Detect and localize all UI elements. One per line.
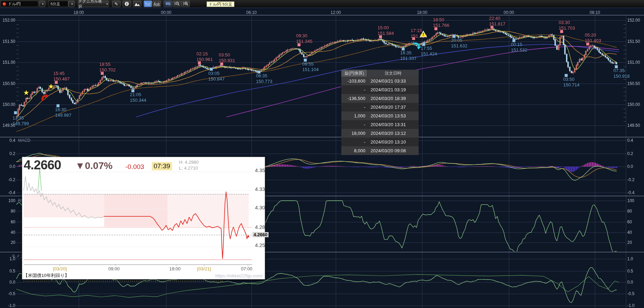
- annotation-price: 150.918: [613, 74, 630, 79]
- annotation-price: 150.714: [563, 82, 580, 88]
- toolbar: ドル/円 ▼ 5分足 ▼ テクニカル選択 ▼ ✎ i Bid As: [0, 0, 644, 8]
- rsi-axis-label-right: 80: [627, 209, 632, 214]
- order-datetime: 2024/03/20 17:37: [367, 103, 419, 111]
- order-profit: -103,600: [341, 77, 367, 85]
- order-row[interactable]: -2024/03/21 03:19: [341, 85, 419, 94]
- treasury-y-axis-label: 4.30: [255, 205, 270, 210]
- annotation-price: 151.532: [511, 47, 527, 53]
- warning-icon: !: [420, 31, 427, 39]
- treasury-low: L: 4.2710: [179, 165, 199, 171]
- treasury-y-axis-label: 4.35: [255, 167, 270, 173]
- annotation-price: 151.632: [451, 43, 467, 49]
- order-datetime: 2024/03/20 13:12: [367, 129, 419, 138]
- annotation-time: 03:05: [208, 71, 225, 76]
- trade-annotation: 07:35150.918: [613, 68, 630, 79]
- macd-axis-label-left: 0.0: [0, 164, 15, 169]
- order-row[interactable]: -2024/03/20 13:31: [341, 120, 419, 129]
- trade-annotation: 21:05150.344: [130, 92, 146, 103]
- price-axis-label-right: 151.00: [627, 60, 640, 65]
- price-axis-label-right: 149.50: [627, 123, 640, 128]
- annotation-time: 03:50: [563, 77, 580, 82]
- info-button[interactable]: i: [123, 1, 131, 7]
- order-row[interactable]: -103,6002024/03/21 03:33: [341, 77, 419, 85]
- order-profit: -: [341, 138, 367, 146]
- annotation-time: 03:30: [559, 20, 575, 25]
- macd-axis-label-right: 0.4: [627, 138, 633, 143]
- treasury-change-percent: ▼0.07%: [75, 160, 112, 171]
- ask-toggle-button[interactable]: Ask: [153, 1, 161, 7]
- annotation-time: 15:45: [53, 71, 70, 76]
- macd-axis-label-right: 0.2: [627, 151, 633, 156]
- pair-dropdown-button[interactable]: ▼: [39, 1, 45, 7]
- pair-select[interactable]: ドル/円: [1, 1, 38, 7]
- info-circle-icon: i: [125, 2, 129, 6]
- annotation-price: 151.424: [421, 51, 437, 57]
- order-datetime: 2024/03/20 18:39: [367, 94, 419, 103]
- order-row[interactable]: 18,0002024/03/20 13:12: [341, 129, 419, 138]
- price-axis-label-left: 152.00: [0, 18, 15, 23]
- technical-select-button[interactable]: テクニカル選択 ▼: [78, 1, 109, 7]
- orders-col-datetime-header: 注文日時: [367, 70, 419, 77]
- timeframe-select[interactable]: 5分足: [49, 1, 68, 7]
- order-profit: -: [341, 120, 367, 129]
- order-datetime: 2024/03/21 03:19: [367, 85, 419, 94]
- order-row[interactable]: -2024/03/20 13:10: [341, 138, 419, 146]
- price-axis-label-right: 151.50: [627, 39, 640, 44]
- pencil-icon: ✎: [115, 1, 118, 7]
- momentum-axis-label-right: 1.0: [627, 256, 633, 261]
- macd-axis-label-right: -0.2: [627, 177, 635, 182]
- time-axis-label: 00:00: [501, 10, 517, 15]
- trade-annotation: 15:00151.584: [378, 25, 394, 36]
- treasury-x-axis-label: 07:00: [241, 266, 253, 271]
- trade-annotation: 15:45150.487: [53, 71, 70, 82]
- orders-table: 益(円換算) 注文日時 -103,6002024/03/21 03:33-202…: [341, 70, 419, 155]
- trade-annotation: 18:50151.766: [433, 17, 449, 28]
- trade-annotation: 16:35151.337: [400, 50, 417, 61]
- trade-annotation: 17:55151.424: [421, 46, 437, 57]
- timeframe-label: 5分足: [51, 1, 60, 7]
- order-row[interactable]: -136,5002024/03/20 18:39: [341, 94, 419, 103]
- rsi-axis-label-left: 40: [0, 230, 15, 235]
- treasury-y-axis-label: 4.28: [255, 224, 270, 230]
- chart-type-button[interactable]: [164, 1, 172, 7]
- macd-axis-label-right: 0.0: [627, 164, 633, 169]
- trade-annotation: 22:40151.817: [489, 16, 505, 27]
- chart-tooltip: ドル/円 5分足: [207, 1, 234, 7]
- order-datetime: 2024/03/21 03:33: [367, 77, 419, 85]
- annotation-price: 149.799: [13, 121, 29, 126]
- timeframe-dropdown-button[interactable]: ▼: [68, 1, 75, 7]
- momentum-axis-label-left: 0.5: [0, 269, 15, 274]
- rsi-axis-label-right: 40: [627, 230, 632, 235]
- candlestick-icon: [165, 2, 171, 6]
- trade-annotation: 02:15150.961: [196, 51, 213, 62]
- trade-annotation: 00:15151.532: [511, 42, 527, 53]
- annotation-time: 18:50: [433, 17, 449, 23]
- zoom-out-button[interactable]: [173, 1, 181, 7]
- macd-axis-label-left: 0.4: [0, 138, 15, 143]
- treasury-watermark: https://nikkei225jp.com/: [215, 273, 263, 278]
- zoom-in-button[interactable]: [181, 1, 190, 7]
- annotation-price: 151.817: [489, 21, 505, 27]
- annotation-time: 13:35: [13, 115, 29, 121]
- magnifier-plus-icon: [183, 1, 188, 6]
- treasury-time-badge: 07:39: [152, 162, 172, 170]
- draw-tool-button[interactable]: ✎: [112, 1, 121, 7]
- order-row[interactable]: 1,0002024/03/20 13:53: [341, 111, 419, 120]
- chevron-down-icon: ▼: [106, 3, 108, 5]
- bid-toggle-button[interactable]: Bid: [144, 1, 152, 7]
- order-profit: -: [341, 103, 367, 111]
- momentum-axis-label-left: 0.0: [0, 280, 15, 285]
- trade-annotation: 03:50150.931: [219, 52, 235, 63]
- annotation-price: 150.773: [256, 79, 272, 84]
- order-row[interactable]: 8,0002024/03/20 09:08: [341, 146, 419, 155]
- treasury-price: 4.2660: [24, 158, 61, 172]
- annotation-time: 20:05: [451, 38, 467, 43]
- treasury-y-axis-label: 4.25: [255, 242, 270, 248]
- bid-label: Bid: [145, 2, 151, 6]
- momentum-axis-label-right: 0.0: [627, 280, 633, 285]
- area-chart-button[interactable]: [133, 1, 141, 7]
- order-profit: -: [341, 85, 367, 94]
- trade-annotation: 20:05151.632: [451, 38, 467, 49]
- order-row[interactable]: -2024/03/20 17:37: [341, 103, 419, 111]
- annotation-time: 16:30: [55, 107, 71, 113]
